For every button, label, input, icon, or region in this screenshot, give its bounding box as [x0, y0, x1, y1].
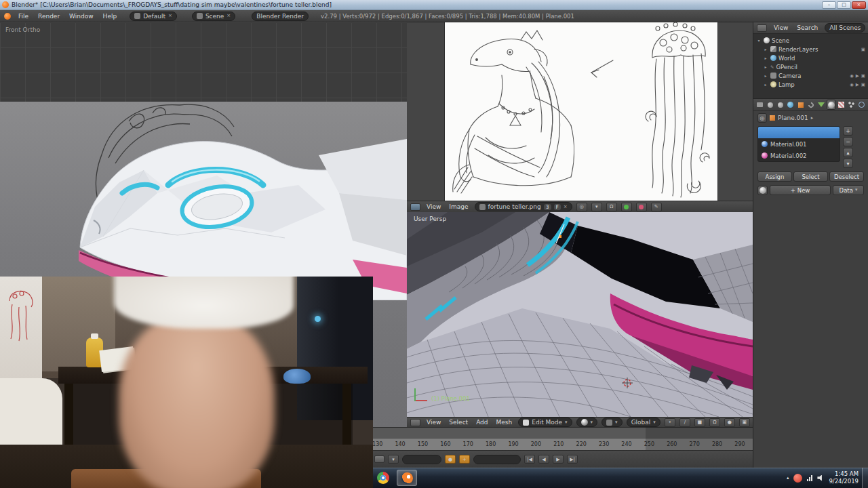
renderability-icon[interactable]: ▣: [861, 73, 865, 79]
image-paint-icon[interactable]: ✎: [651, 203, 662, 211]
current-frame-field[interactable]: [473, 455, 521, 464]
slot-move-down-button[interactable]: ▾: [843, 159, 853, 168]
fake-user-button[interactable]: F: [554, 204, 561, 210]
mode-dropdown[interactable]: Edit Mode ▾: [518, 418, 572, 427]
image-menu-view[interactable]: View: [425, 203, 443, 210]
volume-icon[interactable]: [817, 475, 824, 481]
outliner-item-scene[interactable]: ▾ Scene: [753, 36, 868, 45]
menu-help[interactable]: Help: [101, 13, 119, 20]
selectability-icon[interactable]: ▶: [856, 82, 859, 87]
start-frame-field[interactable]: [402, 455, 441, 464]
image-unlink-icon[interactable]: ×: [564, 205, 568, 209]
uv-snap-icon[interactable]: Ω: [606, 203, 617, 211]
scene-close-icon[interactable]: ×: [226, 14, 231, 18]
particles-tab-icon[interactable]: [847, 100, 856, 110]
timeline-menu-icon[interactable]: ▾: [388, 455, 399, 464]
keying-set-icon[interactable]: +: [459, 455, 470, 464]
view-menu[interactable]: View: [425, 419, 443, 426]
slot-add-button[interactable]: +: [843, 126, 853, 136]
menu-window[interactable]: Window: [67, 13, 96, 20]
outliner-item-lamp[interactable]: ▸ Lamp ◉ ▶ ▣: [753, 80, 868, 89]
object-data-tab-icon[interactable]: [816, 100, 825, 110]
blender-logo-icon[interactable]: [4, 13, 11, 20]
blender-taskbar-button[interactable]: [397, 470, 417, 486]
proportional-edit-icon[interactable]: ●: [724, 418, 735, 427]
pivot-dropdown[interactable]: ▾: [601, 418, 623, 427]
image-canvas[interactable]: [445, 22, 717, 201]
browser-taskbar-button[interactable]: [373, 470, 393, 486]
snap-magnet-icon[interactable]: Ω: [709, 418, 720, 427]
front-viewport-canvas[interactable]: [0, 90, 407, 300]
minimize-button[interactable]: –: [822, 1, 836, 9]
outliner-item-renderlayers[interactable]: ▸ RenderLayers ▣: [753, 45, 868, 54]
image-users-count[interactable]: 3: [544, 204, 551, 210]
maximize-button[interactable]: □: [837, 1, 851, 9]
expand-icon[interactable]: ▸: [763, 82, 768, 87]
material-slots-list[interactable]: Material.001 Material.002: [757, 126, 840, 162]
outliner-display-dropdown[interactable]: All Scenes: [825, 23, 865, 33]
expand-icon[interactable]: ▸: [763, 47, 768, 52]
jump-end-icon[interactable]: ▶|: [567, 455, 578, 464]
pin-id-icon[interactable]: ◎: [757, 113, 767, 123]
material-slot-active[interactable]: [758, 127, 840, 138]
renderability-icon[interactable]: ▣: [861, 82, 865, 87]
assign-button[interactable]: Assign: [757, 171, 792, 182]
vertex-select-icon[interactable]: •: [665, 418, 675, 427]
material-new-button[interactable]: + New: [770, 185, 831, 195]
persp-viewport-canvas[interactable]: User Persp (1) Plane.001: [407, 212, 753, 417]
timeline-type-icon[interactable]: [374, 455, 384, 463]
draw-channel-green-icon[interactable]: [621, 203, 632, 211]
slot-move-up-button[interactable]: ▴: [843, 148, 853, 157]
image-menu-image[interactable]: Image: [447, 203, 470, 210]
image-slot-icon[interactable]: ▾: [591, 203, 602, 211]
expand-icon[interactable]: ▸: [763, 73, 768, 78]
menu-file[interactable]: File: [16, 13, 31, 20]
visibility-eye-icon[interactable]: ◉: [850, 73, 854, 79]
viewport-type-icon[interactable]: [410, 419, 420, 426]
mesh-menu[interactable]: Mesh: [494, 419, 515, 426]
orientation-dropdown[interactable]: Global ▾: [627, 418, 660, 427]
material-tab-icon[interactable]: [827, 100, 835, 110]
menu-render[interactable]: Render: [36, 13, 62, 20]
texture-tab-icon[interactable]: [837, 100, 846, 110]
visibility-eye-icon[interactable]: ◉: [850, 82, 854, 87]
render-opengl-icon[interactable]: ▣: [739, 418, 750, 427]
outliner-tab-view[interactable]: View: [772, 24, 790, 31]
slot-remove-button[interactable]: −: [843, 137, 853, 146]
edge-select-icon[interactable]: /: [679, 418, 690, 427]
material-link-dropdown[interactable]: Data ▾: [833, 185, 864, 195]
outliner-item-gpencil[interactable]: ▸ ✎ GPencil: [753, 62, 868, 71]
layout-close-icon[interactable]: ×: [168, 14, 172, 18]
image-datablock-selector[interactable]: fortune teller.png 3 F ×: [475, 202, 572, 211]
image-editor-type-icon[interactable]: [410, 203, 420, 211]
close-button[interactable]: ×: [852, 1, 866, 9]
tray-expand-icon[interactable]: ▴: [787, 475, 789, 481]
render-tab-icon[interactable]: [755, 100, 764, 110]
object-tab-icon[interactable]: [796, 100, 805, 110]
show-desktop-button[interactable]: [862, 468, 868, 488]
select-menu[interactable]: Select: [447, 419, 470, 426]
scene-selector[interactable]: Scene ×: [192, 12, 235, 21]
play-reverse-icon[interactable]: ◀: [538, 455, 549, 464]
deselect-button[interactable]: Deselect: [829, 171, 864, 182]
render-engine-selector[interactable]: Blender Render: [252, 12, 309, 21]
add-menu[interactable]: Add: [474, 419, 490, 426]
notification-icon[interactable]: [793, 474, 802, 483]
selectability-icon[interactable]: ▶: [856, 73, 859, 79]
outliner-item-world[interactable]: ▸ World: [753, 54, 868, 62]
modifiers-tab-icon[interactable]: [806, 100, 815, 110]
draw-channel-red-icon[interactable]: [636, 203, 647, 211]
network-icon[interactable]: [807, 475, 812, 481]
play-icon[interactable]: ▶: [553, 455, 564, 464]
outliner-item-camera[interactable]: ▸ Camera ◉ ▶ ▣: [753, 71, 868, 80]
pin-image-icon[interactable]: ◎: [576, 203, 587, 211]
auto-keyframe-icon[interactable]: ●: [445, 455, 456, 464]
material-browse-button[interactable]: [757, 186, 768, 195]
physics-tab-icon[interactable]: [857, 100, 866, 110]
select-button[interactable]: Select: [793, 171, 828, 182]
scene-tab-icon[interactable]: [776, 100, 785, 110]
shading-dropdown[interactable]: ▾: [576, 418, 598, 427]
world-tab-icon[interactable]: [786, 100, 795, 110]
face-select-icon[interactable]: ■: [694, 418, 705, 427]
outliner-type-icon[interactable]: [757, 24, 767, 32]
